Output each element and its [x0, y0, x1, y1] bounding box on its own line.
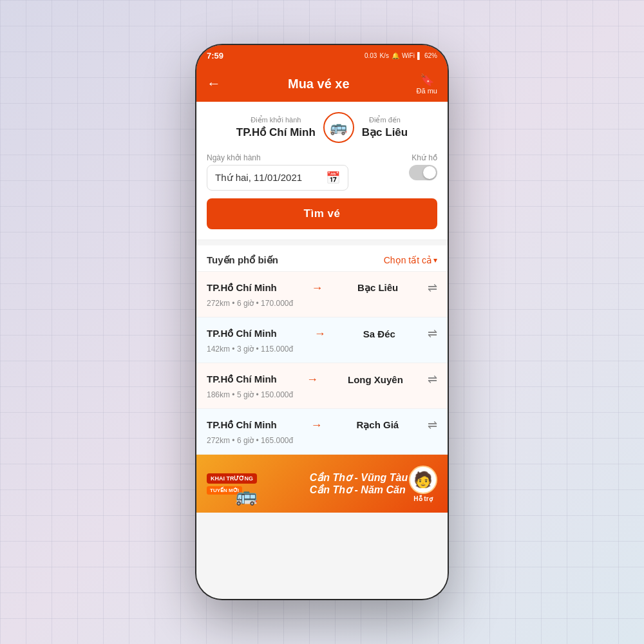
route-arrow-icon: →	[307, 373, 318, 386]
route-from: TP.Hồ Chí Minh	[207, 328, 277, 339]
return-label: Khứ hồ	[409, 153, 437, 162]
route-details: 272km • 6 giờ • 170.000đ	[207, 299, 437, 308]
battery-icon: ▌	[417, 52, 422, 59]
status-time: 7:59	[207, 51, 223, 61]
back-button[interactable]: ←	[207, 75, 221, 92]
page-title: Mua vé xe	[288, 77, 350, 91]
search-button[interactable]: Tìm vé	[207, 198, 437, 229]
to-city[interactable]: Bạc Liêu	[362, 126, 408, 139]
chevron-down-icon: ▾	[433, 256, 437, 265]
departure-date-wrap: Ngày khởi hành Thứ hai, 11/01/2021 📅	[207, 153, 348, 191]
route-from: TP.Hồ Chí Minh	[207, 282, 277, 294]
departure-date-input[interactable]: Thứ hai, 11/01/2021 📅	[207, 165, 348, 191]
search-card: Điểm khởi hành TP.Hồ Chí Minh 🚌 Điểm đến…	[196, 102, 448, 240]
route-item[interactable]: TP.Hồ Chí Minh → Bạc Liêu ⇌ 272km • 6 gi…	[196, 272, 448, 317]
to-label: Điểm đến	[362, 116, 408, 124]
support-button[interactable]: 🧑 Hỗ trợ	[409, 466, 437, 502]
route-row: Điểm khởi hành TP.Hồ Chí Minh 🚌 Điểm đến…	[207, 112, 437, 143]
status-icons: 0.03 K/s 🔔 WiFi ▌ 62%	[365, 52, 437, 59]
from-label: Điểm khởi hành	[236, 116, 316, 124]
route-item[interactable]: TP.Hồ Chí Minh → Rạch Giá ⇌ 272km • 6 gi…	[196, 409, 448, 455]
main-content: Điểm khởi hành TP.Hồ Chí Minh 🚌 Điểm đến…	[196, 102, 448, 599]
calendar-icon: 📅	[326, 171, 340, 185]
banner-text: Cần Thơ - Vũng Tàu Cần Thơ - Năm Căn	[310, 471, 408, 496]
route-to: Rạch Giá	[356, 419, 399, 431]
route-to: Long Xuyên	[348, 374, 403, 385]
bookmark-icon: 🔖	[417, 73, 437, 87]
route-swap-icon: ⇌	[428, 281, 437, 295]
route-arrow-icon: →	[311, 419, 323, 432]
route-main-row: TP.Hồ Chí Minh → Rạch Giá ⇌	[207, 418, 437, 432]
route-details: 186km • 5 giờ • 150.000đ	[207, 390, 437, 399]
departure-endpoint: Điểm khởi hành TP.Hồ Chí Minh	[236, 116, 316, 139]
promo-banner[interactable]: KHAI TRƯƠNG TUYẾN MỚI 🚌 Cần Thơ - Vũng T…	[196, 455, 448, 513]
toggle-knob	[423, 166, 436, 179]
khai-truong-badge: KHAI TRƯƠNG	[207, 473, 257, 484]
support-avatar: 🧑	[409, 466, 437, 494]
route-details: 272km • 6 giờ • 165.000đ	[207, 436, 437, 445]
return-wrap: Khứ hồ	[409, 153, 437, 180]
route-swap-icon: ⇌	[428, 372, 437, 386]
banner-bus-icon: 🚌	[235, 485, 258, 506]
route-arrow-icon: →	[314, 327, 326, 341]
data-speed: 0.03	[365, 52, 377, 59]
banner-line2: Cần Thơ - Năm Căn	[310, 484, 408, 496]
route-from: TP.Hồ Chí Minh	[207, 374, 277, 385]
route-to: Sa Đéc	[363, 328, 395, 339]
route-to: Bạc Liêu	[357, 282, 398, 294]
support-label: Hỗ trợ	[413, 495, 432, 502]
route-swap-icon: ⇌	[428, 418, 437, 432]
support-char-icon: 🧑	[413, 471, 433, 489]
route-arrow-icon: →	[311, 281, 323, 295]
return-toggle[interactable]	[409, 165, 437, 180]
status-bar: 7:59 0.03 K/s 🔔 WiFi ▌ 62%	[196, 45, 448, 66]
phone-frame: 7:59 0.03 K/s 🔔 WiFi ▌ 62% ← Mua vé xe 🔖…	[196, 45, 448, 599]
battery-pct: 62%	[424, 52, 437, 59]
route-item[interactable]: TP.Hồ Chí Minh → Sa Đéc ⇌ 142km • 3 giờ …	[196, 317, 448, 363]
route-main-row: TP.Hồ Chí Minh → Bạc Liêu ⇌	[207, 281, 437, 295]
route-swap-icon: ⇌	[428, 327, 437, 341]
select-all-label: Chọn tất cả	[384, 255, 432, 265]
header-right-label: Đã mu	[417, 87, 437, 95]
route-swap-icon-circle[interactable]: 🚌	[323, 112, 354, 143]
route-details: 142km • 3 giờ • 115.000đ	[207, 345, 437, 354]
departure-date-label: Ngày khởi hành	[207, 153, 348, 162]
destination-endpoint: Điểm đến Bạc Liêu	[362, 116, 408, 139]
bookmarked-tickets-button[interactable]: 🔖 Đã mu	[417, 73, 437, 95]
app-header: ← Mua vé xe 🔖 Đã mu	[196, 66, 448, 102]
route-from: TP.Hồ Chí Minh	[207, 419, 277, 431]
alarm-icon: 🔔	[392, 52, 399, 59]
popular-routes-section: Tuyến phổ biến Chọn tất cả ▾ TP.Hồ Chí M…	[196, 245, 448, 455]
wifi-icon: WiFi	[402, 52, 415, 59]
section-title: Tuyến phổ biến	[207, 254, 278, 266]
section-header: Tuyến phổ biến Chọn tất cả ▾	[196, 245, 448, 272]
route-main-row: TP.Hồ Chí Minh → Long Xuyên ⇌	[207, 372, 437, 386]
from-city[interactable]: TP.Hồ Chí Minh	[236, 126, 316, 139]
departure-date-value: Thứ hai, 11/01/2021	[215, 172, 302, 184]
bus-icon: 🚌	[330, 119, 347, 136]
route-item[interactable]: TP.Hồ Chí Minh → Long Xuyên ⇌ 186km • 5 …	[196, 363, 448, 409]
signal-icon: K/s	[379, 52, 388, 59]
banner-line1: Cần Thơ - Vũng Tàu	[310, 471, 408, 484]
select-all-button[interactable]: Chọn tất cả ▾	[384, 255, 437, 265]
route-main-row: TP.Hồ Chí Minh → Sa Đéc ⇌	[207, 327, 437, 341]
date-row: Ngày khởi hành Thứ hai, 11/01/2021 📅 Khứ…	[207, 153, 437, 191]
